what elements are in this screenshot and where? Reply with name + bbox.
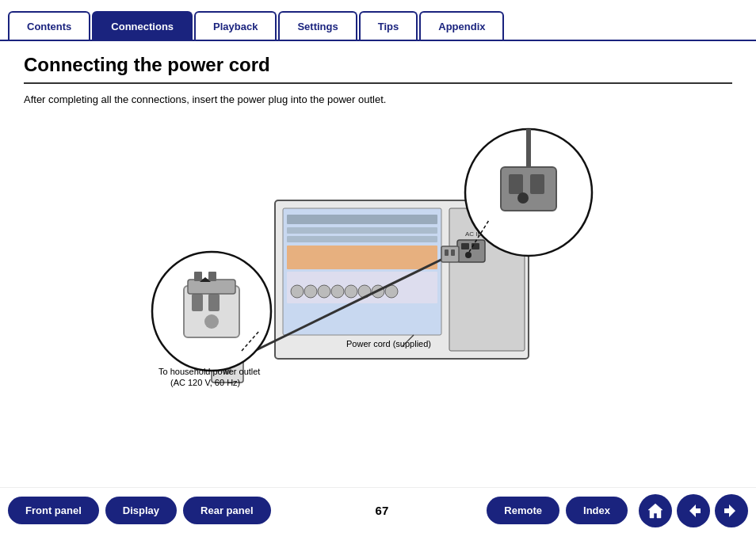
svg-rect-18	[461, 243, 469, 249]
svg-rect-3	[287, 227, 437, 234]
svg-rect-20	[465, 252, 472, 258]
page-title: Connecting the power cord	[24, 54, 732, 76]
forward-arrow-icon	[723, 502, 740, 520]
svg-rect-44	[208, 272, 216, 281]
rear-panel-button[interactable]: Rear panel	[183, 497, 270, 524]
tab-connections[interactable]: Connections	[92, 11, 193, 40]
svg-rect-42	[188, 280, 235, 294]
svg-rect-28	[445, 249, 449, 256]
svg-rect-5	[287, 246, 437, 269]
svg-rect-33	[530, 174, 544, 194]
index-button[interactable]: Index	[566, 497, 628, 524]
bottom-nav: Front panel Display Rear panel 67 Remote…	[0, 487, 756, 533]
svg-point-41	[204, 314, 219, 329]
diagram-area: AC IN	[24, 113, 732, 414]
title-divider	[24, 82, 732, 84]
tab-tips[interactable]: Tips	[359, 11, 418, 40]
svg-marker-48	[648, 504, 662, 518]
svg-point-9	[318, 285, 330, 298]
svg-marker-50	[724, 504, 735, 517]
svg-point-8	[304, 285, 317, 298]
main-content: Connecting the power cord After completi…	[0, 41, 756, 422]
forward-button[interactable]	[715, 494, 748, 527]
svg-rect-39	[192, 294, 203, 311]
home-icon	[647, 502, 664, 520]
tab-playback[interactable]: Playback	[194, 11, 277, 40]
svg-rect-32	[509, 174, 523, 194]
svg-rect-40	[208, 294, 220, 311]
svg-rect-29	[451, 249, 455, 256]
display-button[interactable]: Display	[105, 497, 177, 524]
svg-rect-4	[287, 236, 437, 242]
back-arrow-icon	[685, 502, 702, 520]
bottom-center: 67 Remote	[277, 497, 567, 524]
front-panel-button[interactable]: Front panel	[8, 497, 99, 524]
svg-rect-17	[457, 240, 485, 262]
bottom-left-buttons: Front panel Display Rear panel	[8, 497, 277, 524]
svg-marker-49	[689, 504, 701, 517]
svg-rect-34	[517, 192, 529, 204]
bottom-right-area: Index	[566, 494, 748, 527]
svg-rect-43	[194, 272, 202, 281]
page-number: 67	[290, 504, 475, 517]
tab-contents[interactable]: Contents	[8, 11, 90, 40]
svg-point-10	[331, 285, 344, 298]
svg-point-11	[345, 285, 357, 298]
svg-point-7	[291, 285, 304, 298]
diagram-svg: AC IN	[101, 113, 655, 398]
nav-tabs: Contents Connections Playback Settings T…	[0, 6, 756, 41]
home-button[interactable]	[639, 494, 672, 527]
page-description: After completing all the connections, in…	[24, 93, 732, 105]
remote-button[interactable]: Remote	[487, 497, 559, 524]
outlet-label: To household power outlet	[158, 367, 260, 376]
back-button[interactable]	[677, 494, 710, 527]
tab-appendix[interactable]: Appendix	[419, 11, 504, 40]
svg-rect-2	[287, 215, 437, 224]
power-cord-label: Power cord (supplied)	[346, 339, 431, 348]
svg-rect-27	[441, 246, 459, 262]
tab-settings[interactable]: Settings	[278, 11, 357, 40]
outlet-label2: (AC 120 V, 60 Hz)	[170, 378, 240, 387]
